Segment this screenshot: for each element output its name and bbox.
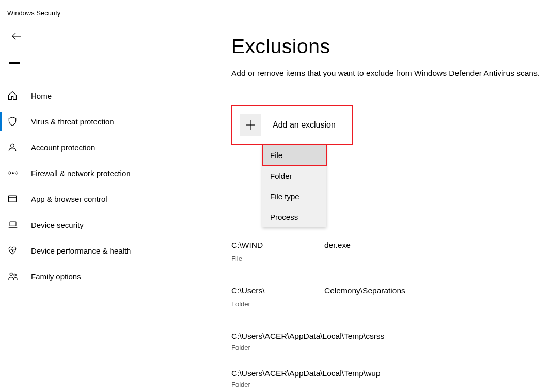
sidebar: Home Virus & threat protection Account p…: [0, 83, 165, 289]
sidebar-item-home[interactable]: Home: [0, 83, 165, 108]
window-icon: [7, 194, 23, 203]
heart-icon: [7, 246, 23, 255]
menu-item-file[interactable]: File: [262, 145, 326, 165]
plus-icon: [240, 114, 261, 136]
home-icon: [7, 90, 23, 101]
shield-icon: [7, 116, 23, 127]
sidebar-item-firewall[interactable]: Firewall & network protection: [0, 160, 165, 186]
exclusion-type: Folder: [231, 381, 548, 388]
app-title: Windows Security: [7, 9, 60, 17]
page-description: Add or remove items that you want to exc…: [231, 67, 541, 80]
svg-point-1: [11, 144, 14, 147]
sidebar-item-app-browser[interactable]: App & browser control: [0, 186, 165, 212]
exclusion-item[interactable]: C:\Users\ACER\AppData\Local\Temp\csrss F…: [231, 332, 548, 351]
sidebar-item-label: Virus & threat protection: [31, 117, 114, 126]
svg-rect-3: [9, 196, 17, 202]
family-icon: [7, 271, 23, 281]
sidebar-item-family[interactable]: Family options: [0, 263, 165, 289]
exclusion-item[interactable]: C:\Users\ Celemony\Separations Folder: [231, 286, 548, 309]
add-exclusion-label: Add an exclusion: [273, 120, 336, 130]
main-content: Exclusions Add or remove items that you …: [231, 35, 548, 392]
menu-item-filetype[interactable]: File type: [262, 186, 326, 207]
exclusion-path: C:\Users\ACER\AppData\Local\Temp\wup: [231, 369, 548, 378]
sidebar-item-label: Device performance & health: [31, 246, 131, 255]
svg-point-2: [12, 173, 14, 174]
exclusion-list: C:\WIND der.exe File C:\Users\ Celemony\…: [231, 241, 548, 392]
exclusion-type: File: [231, 255, 242, 262]
svg-rect-5: [10, 222, 16, 226]
svg-point-8: [14, 274, 16, 276]
exclusion-type: Folder: [231, 300, 250, 308]
exclusion-path-left: C:\WIND: [231, 241, 263, 250]
add-exclusion-button[interactable]: Add an exclusion: [231, 105, 353, 145]
menu-item-process[interactable]: Process: [262, 207, 326, 227]
menu-item-folder[interactable]: Folder: [262, 165, 326, 186]
sidebar-item-label: Home: [31, 91, 52, 100]
signal-icon: [7, 168, 23, 178]
back-button[interactable]: [9, 30, 24, 44]
exclusion-path-right: der.exe: [324, 241, 351, 250]
sidebar-item-device-security[interactable]: Device security: [0, 212, 165, 238]
sidebar-item-label: Firewall & network protection: [31, 169, 131, 178]
back-arrow-icon: [11, 30, 22, 44]
sidebar-item-label: Device security: [31, 221, 84, 229]
exclusion-type: Folder: [231, 343, 548, 351]
sidebar-item-virus-threat[interactable]: Virus & threat protection: [0, 108, 165, 134]
exclusion-item[interactable]: C:\WIND der.exe File: [231, 241, 548, 263]
exclusion-path: C:\Users\ACER\AppData\Local\Temp\csrss: [231, 332, 548, 341]
person-icon: [7, 142, 23, 152]
sidebar-item-label: Account protection: [31, 143, 95, 152]
sidebar-item-label: App & browser control: [31, 195, 107, 203]
menu-toggle-button[interactable]: [9, 56, 24, 70]
hamburger-icon: [9, 60, 20, 60]
exclusion-type-menu: File Folder File type Process: [262, 145, 326, 227]
laptop-icon: [7, 220, 23, 229]
sidebar-item-device-performance[interactable]: Device performance & health: [0, 238, 165, 263]
exclusion-path-left: C:\Users\: [231, 286, 265, 295]
sidebar-item-account[interactable]: Account protection: [0, 134, 165, 160]
svg-point-7: [10, 273, 12, 275]
exclusion-path-right: Celemony\Separations: [324, 286, 405, 295]
page-title: Exclusions: [231, 35, 548, 58]
exclusion-item[interactable]: C:\Users\ACER\AppData\Local\Temp\wup Fol…: [231, 369, 548, 388]
sidebar-item-label: Family options: [31, 272, 81, 281]
